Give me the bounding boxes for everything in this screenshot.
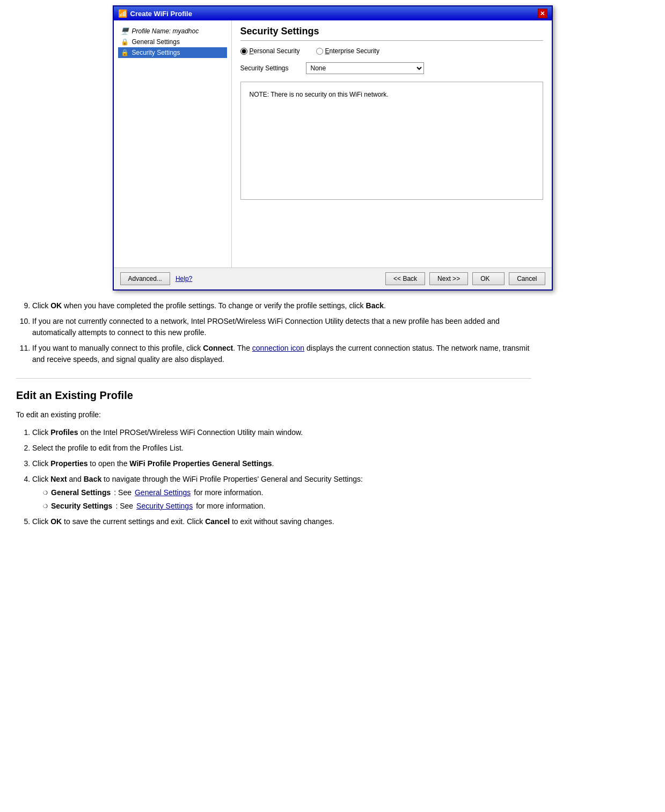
ok-button[interactable]: OK bbox=[472, 272, 505, 285]
note-text: NOTE: There is no security on this WiFi … bbox=[250, 91, 389, 98]
nav-general-settings[interactable]: 🔒 General Settings bbox=[118, 37, 227, 47]
titlebar-left: 📶 Create WiFi Profile bbox=[118, 9, 192, 18]
edit-step-2: Select the profile to edit from the Prof… bbox=[32, 443, 531, 454]
edit-step4-next: Next bbox=[50, 475, 67, 483]
dialog-title: Create WiFi Profile bbox=[130, 10, 192, 18]
lock-icon-general: 🔒 bbox=[121, 38, 129, 46]
footer-left: Advanced... Help? bbox=[120, 272, 382, 285]
profile-name-label: Profile Name: myadhoc bbox=[132, 27, 199, 35]
edit-step3-wifi-profile: WiFi Profile Properties General Settings bbox=[129, 459, 272, 468]
edit-step-1: Click Profiles on the Intel PROSet/Wirel… bbox=[32, 427, 531, 438]
panel-title: Security Settings bbox=[240, 26, 543, 41]
sub-general-bold: General Settings bbox=[51, 487, 111, 498]
content-area: Click OK when you have completed the pro… bbox=[11, 300, 537, 543]
enterprise-security-label: Enterprise Security bbox=[325, 47, 379, 55]
edit-step5-cancel: Cancel bbox=[205, 517, 230, 526]
edit-step-5: Click OK to save the current settings an… bbox=[32, 516, 531, 527]
wifi-icon: 📶 bbox=[118, 9, 127, 18]
edit-step4-sublist: General Settings: See General Settings f… bbox=[43, 487, 531, 512]
profile-name-item: 🖥️ Profile Name: myadhoc bbox=[118, 26, 227, 37]
cancel-button[interactable]: Cancel bbox=[509, 272, 545, 285]
personal-security-option[interactable]: Personal Security bbox=[240, 47, 300, 55]
steps-list: Click OK when you have completed the pro… bbox=[32, 300, 531, 365]
edit-step-4: Click Next and Back to navigate through … bbox=[32, 474, 531, 512]
section-divider bbox=[16, 378, 531, 379]
general-settings-link[interactable]: General Settings bbox=[135, 487, 191, 498]
enterprise-security-option[interactable]: Enterprise Security bbox=[316, 47, 379, 55]
sub-item-general: General Settings: See General Settings f… bbox=[43, 487, 531, 498]
step11-connect-bold: Connect bbox=[203, 344, 233, 352]
sub-item-security: Security Settings: See Security Settings… bbox=[43, 501, 531, 512]
personal-security-radio[interactable] bbox=[240, 48, 247, 55]
nav-security-settings[interactable]: 🔒 Security Settings bbox=[118, 47, 227, 58]
sub-security-bold: Security Settings bbox=[51, 501, 112, 512]
computer-icon: 🖥️ bbox=[121, 27, 129, 35]
enterprise-security-radio[interactable] bbox=[316, 48, 323, 55]
edit-step4-back: Back bbox=[84, 475, 101, 483]
edit-steps-list: Click Profiles on the Intel PROSet/Wirel… bbox=[32, 427, 531, 527]
dialog-titlebar: 📶 Create WiFi Profile ✕ bbox=[114, 6, 552, 20]
security-settings-label: Security Settings bbox=[240, 64, 299, 72]
create-wifi-profile-dialog: 📶 Create WiFi Profile ✕ 🖥️ Profile Name:… bbox=[113, 5, 553, 291]
next-button[interactable]: Next >> bbox=[429, 272, 468, 285]
note-box: NOTE: There is no security on this WiFi … bbox=[240, 82, 543, 200]
dialog-body: 🖥️ Profile Name: myadhoc 🔒 General Setti… bbox=[114, 20, 552, 267]
step9-back-bold: Back bbox=[366, 301, 384, 310]
nav-security-label: Security Settings bbox=[132, 49, 180, 56]
edit-section-heading: Edit an Existing Profile bbox=[16, 389, 531, 402]
right-content-panel: Security Settings Personal Security Ente… bbox=[232, 20, 552, 267]
personal-security-label: Personal Security bbox=[250, 47, 300, 55]
left-nav-panel: 🖥️ Profile Name: myadhoc 🔒 General Setti… bbox=[114, 20, 232, 267]
settings-row: Security Settings None WEP WPA-Personal … bbox=[240, 62, 543, 74]
lock-icon-security: 🔒 bbox=[121, 49, 129, 56]
edit-step1-profiles: Profiles bbox=[50, 428, 78, 437]
help-link[interactable]: Help? bbox=[176, 275, 192, 282]
dialog-footer: Advanced... Help? << Back Next >> OK Can… bbox=[114, 267, 552, 289]
edit-step-3: Click Properties to open the WiFi Profil… bbox=[32, 458, 531, 469]
step-10: If you are not currently connected to a … bbox=[32, 316, 531, 338]
connection-icon-link[interactable]: connection icon bbox=[252, 344, 304, 352]
security-settings-link[interactable]: Security Settings bbox=[136, 501, 193, 512]
advanced-button[interactable]: Advanced... bbox=[120, 272, 170, 285]
edit-step5-ok: OK bbox=[50, 517, 62, 526]
step9-ok-bold: OK bbox=[50, 301, 62, 310]
back-button[interactable]: << Back bbox=[385, 272, 425, 285]
footer-right: << Back Next >> OK Cancel bbox=[385, 272, 545, 285]
radio-row: Personal Security Enterprise Security bbox=[240, 47, 543, 55]
edit-intro: To edit an existing profile: bbox=[16, 409, 531, 421]
security-settings-dropdown[interactable]: None WEP WPA-Personal WPA2-Personal bbox=[306, 62, 424, 74]
step-11: If you want to manually connect to this … bbox=[32, 343, 531, 365]
dialog-close-button[interactable]: ✕ bbox=[538, 9, 547, 18]
edit-step3-properties: Properties bbox=[50, 459, 87, 468]
nav-general-label: General Settings bbox=[132, 38, 180, 46]
step-9: Click OK when you have completed the pro… bbox=[32, 300, 531, 311]
